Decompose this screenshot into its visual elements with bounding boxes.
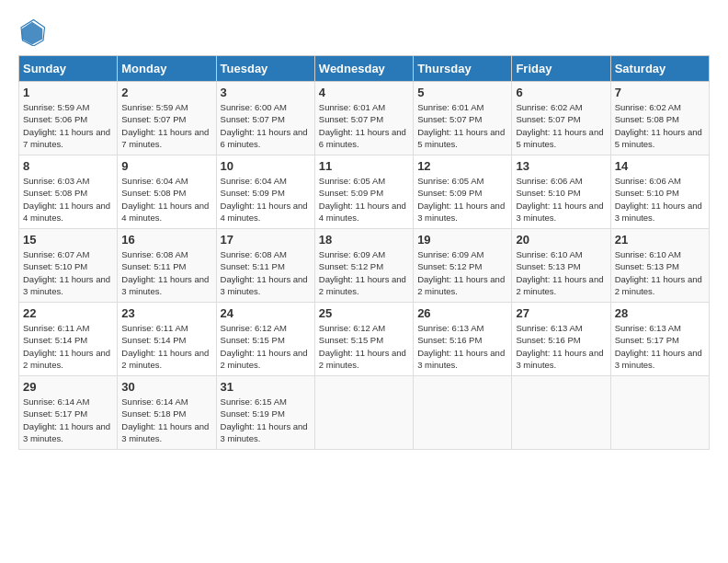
col-header-friday: Friday [512,56,610,82]
day-info: Sunrise: 6:12 AMSunset: 5:15 PMDaylight:… [221,323,308,370]
calendar-cell: 26 Sunrise: 6:13 AMSunset: 5:16 PMDaylig… [414,303,512,376]
week-row-3: 15 Sunrise: 6:07 AMSunset: 5:10 PMDaylig… [19,229,710,303]
col-header-thursday: Thursday [414,56,512,82]
day-info: Sunrise: 6:08 AMSunset: 5:11 PMDaylight:… [221,249,308,296]
calendar-cell: 24 Sunrise: 6:12 AMSunset: 5:15 PMDaylig… [216,303,314,376]
day-number: 24 [221,306,311,320]
day-number: 12 [417,159,507,173]
calendar-cell: 18 Sunrise: 6:09 AMSunset: 5:12 PMDaylig… [314,229,413,303]
calendar-cell: 4 Sunrise: 6:01 AMSunset: 5:07 PMDayligh… [314,82,413,155]
calendar-cell: 27 Sunrise: 6:13 AMSunset: 5:16 PMDaylig… [512,303,610,376]
logo [18,18,50,46]
day-info: Sunrise: 6:09 AMSunset: 5:12 PMDaylight:… [319,249,406,296]
day-info: Sunrise: 6:11 AMSunset: 5:14 PMDaylight:… [23,323,110,370]
day-info: Sunrise: 6:15 AMSunset: 5:19 PMDaylight:… [221,396,308,443]
day-number: 8 [23,159,113,173]
calendar-cell: 25 Sunrise: 6:12 AMSunset: 5:15 PMDaylig… [314,303,413,376]
day-number: 19 [417,233,507,247]
col-header-tuesday: Tuesday [216,56,314,82]
day-number: 13 [516,159,606,173]
week-row-5: 29 Sunrise: 6:14 AMSunset: 5:17 PMDaylig… [19,376,710,450]
day-number: 10 [221,159,311,173]
col-header-wednesday: Wednesday [314,56,413,82]
day-info: Sunrise: 6:05 AMSunset: 5:09 PMDaylight:… [417,176,505,223]
day-number: 11 [319,159,409,173]
calendar-cell: 14 Sunrise: 6:06 AMSunset: 5:10 PMDaylig… [610,155,709,229]
day-number: 15 [23,233,113,247]
calendar-cell: 9 Sunrise: 6:04 AMSunset: 5:08 PMDayligh… [118,155,216,229]
calendar-cell: 16 Sunrise: 6:08 AMSunset: 5:11 PMDaylig… [118,229,216,303]
calendar-cell: 7 Sunrise: 6:02 AMSunset: 5:08 PMDayligh… [610,82,709,155]
day-number: 16 [121,233,211,247]
calendar-cell: 29 Sunrise: 6:14 AMSunset: 5:17 PMDaylig… [19,376,118,450]
calendar-cell: 17 Sunrise: 6:08 AMSunset: 5:11 PMDaylig… [216,229,314,303]
day-info: Sunrise: 6:10 AMSunset: 5:13 PMDaylight:… [615,249,702,296]
calendar-cell: 23 Sunrise: 6:11 AMSunset: 5:14 PMDaylig… [118,303,216,376]
calendar-cell: 1 Sunrise: 5:59 AMSunset: 5:06 PMDayligh… [19,82,118,155]
day-info: Sunrise: 6:08 AMSunset: 5:11 PMDaylight:… [121,249,209,296]
day-number: 20 [516,233,606,247]
day-number: 29 [23,380,113,394]
day-info: Sunrise: 5:59 AMSunset: 5:06 PMDaylight:… [23,102,110,149]
day-info: Sunrise: 6:09 AMSunset: 5:12 PMDaylight:… [417,249,505,296]
week-row-1: 1 Sunrise: 5:59 AMSunset: 5:06 PMDayligh… [19,82,710,155]
calendar-cell: 21 Sunrise: 6:10 AMSunset: 5:13 PMDaylig… [610,229,709,303]
col-header-saturday: Saturday [610,56,709,82]
calendar-cell [512,376,610,450]
day-info: Sunrise: 6:05 AMSunset: 5:09 PMDaylight:… [319,176,406,223]
day-number: 7 [615,86,705,99]
day-info: Sunrise: 6:11 AMSunset: 5:14 PMDaylight:… [121,323,209,370]
col-header-monday: Monday [118,56,216,82]
day-info: Sunrise: 6:14 AMSunset: 5:17 PMDaylight:… [23,396,110,443]
day-number: 3 [221,86,311,99]
calendar-cell: 6 Sunrise: 6:02 AMSunset: 5:07 PMDayligh… [512,82,610,155]
calendar-cell: 19 Sunrise: 6:09 AMSunset: 5:12 PMDaylig… [414,229,512,303]
day-info: Sunrise: 6:12 AMSunset: 5:15 PMDaylight:… [319,323,406,370]
day-info: Sunrise: 6:01 AMSunset: 5:07 PMDaylight:… [417,102,505,149]
day-info: Sunrise: 6:06 AMSunset: 5:10 PMDaylight:… [615,176,702,223]
calendar-cell: 20 Sunrise: 6:10 AMSunset: 5:13 PMDaylig… [512,229,610,303]
day-number: 22 [23,306,113,320]
day-info: Sunrise: 6:02 AMSunset: 5:07 PMDaylight:… [516,102,603,149]
page-header [18,18,710,46]
day-info: Sunrise: 6:13 AMSunset: 5:17 PMDaylight:… [615,323,702,370]
calendar-cell: 5 Sunrise: 6:01 AMSunset: 5:07 PMDayligh… [414,82,512,155]
day-number: 1 [23,86,113,99]
day-number: 5 [417,86,507,99]
calendar-cell: 22 Sunrise: 6:11 AMSunset: 5:14 PMDaylig… [19,303,118,376]
day-number: 4 [319,86,409,99]
day-info: Sunrise: 6:04 AMSunset: 5:09 PMDaylight:… [221,176,308,223]
day-info: Sunrise: 6:10 AMSunset: 5:13 PMDaylight:… [516,249,603,296]
day-info: Sunrise: 6:14 AMSunset: 5:18 PMDaylight:… [121,396,209,443]
week-row-4: 22 Sunrise: 6:11 AMSunset: 5:14 PMDaylig… [19,303,710,376]
calendar-cell [610,376,709,450]
day-info: Sunrise: 6:01 AMSunset: 5:07 PMDaylight:… [319,102,406,149]
day-number: 17 [221,233,311,247]
calendar-cell: 2 Sunrise: 5:59 AMSunset: 5:07 PMDayligh… [118,82,216,155]
day-number: 23 [121,306,211,320]
calendar-cell [314,376,413,450]
day-number: 27 [516,306,606,320]
calendar-cell: 13 Sunrise: 6:06 AMSunset: 5:10 PMDaylig… [512,155,610,229]
calendar-cell: 12 Sunrise: 6:05 AMSunset: 5:09 PMDaylig… [414,155,512,229]
day-info: Sunrise: 6:06 AMSunset: 5:10 PMDaylight:… [516,176,603,223]
calendar-cell: 15 Sunrise: 6:07 AMSunset: 5:10 PMDaylig… [19,229,118,303]
day-number: 25 [319,306,409,320]
calendar-cell: 30 Sunrise: 6:14 AMSunset: 5:18 PMDaylig… [118,376,216,450]
day-number: 28 [615,306,705,320]
col-header-sunday: Sunday [19,56,118,82]
day-number: 2 [121,86,211,99]
day-number: 14 [615,159,705,173]
calendar-cell: 31 Sunrise: 6:15 AMSunset: 5:19 PMDaylig… [216,376,314,450]
day-info: Sunrise: 6:02 AMSunset: 5:08 PMDaylight:… [615,102,702,149]
calendar-cell: 28 Sunrise: 6:13 AMSunset: 5:17 PMDaylig… [610,303,709,376]
day-number: 21 [615,233,705,247]
day-number: 9 [121,159,211,173]
calendar-cell: 10 Sunrise: 6:04 AMSunset: 5:09 PMDaylig… [216,155,314,229]
day-info: Sunrise: 6:03 AMSunset: 5:08 PMDaylight:… [23,176,110,223]
day-info: Sunrise: 6:07 AMSunset: 5:10 PMDaylight:… [23,249,110,296]
day-number: 6 [516,86,606,99]
calendar-cell [414,376,512,450]
day-number: 26 [417,306,507,320]
day-info: Sunrise: 5:59 AMSunset: 5:07 PMDaylight:… [121,102,209,149]
